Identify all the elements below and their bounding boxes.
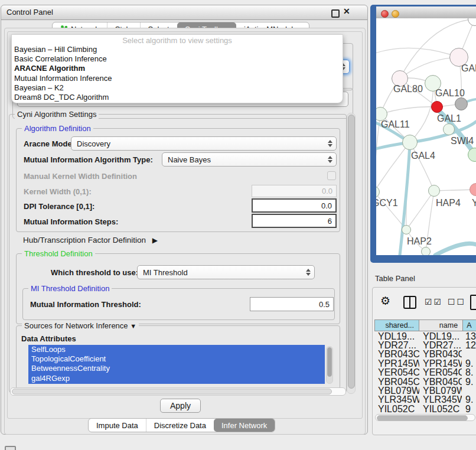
tab-impute-data[interactable]: Impute Data	[89, 419, 146, 432]
table-row[interactable]: YBL079WYBL079W	[374, 386, 476, 395]
mi-threshold-group: MI Threshold Definition Mutual Informati…	[22, 288, 335, 320]
column-header-shared[interactable]: shared...	[375, 320, 419, 331]
mac-minimize-icon[interactable]	[392, 10, 399, 18]
algorithm-definition-title: Algorithm Definition	[22, 124, 93, 133]
table-row[interactable]: YPR145WYPR145W9.	[374, 359, 476, 368]
node-label-swi4: SWI4	[451, 136, 474, 146]
algorithm-definition-group: Algorithm Definition Aracne Mode: Discov…	[16, 128, 340, 232]
node-label-gal10: GAL10	[435, 88, 465, 99]
combo-spinner-icon	[328, 140, 332, 147]
document-icon[interactable]	[470, 295, 476, 310]
node-label-gal-partial: GAL	[461, 63, 476, 74]
attributes-scrollbar[interactable]	[326, 346, 333, 384]
kernel-width-label: Kernel Width (0,1):	[24, 187, 92, 196]
table-row[interactable]: YDR27...YDR27...12	[374, 341, 476, 350]
algorithm-option[interactable]: Basic Correlation Inference	[12, 54, 343, 64]
table-hscrollbar[interactable]	[375, 414, 475, 421]
mi-steps-label: Mutual Information Steps:	[24, 217, 118, 226]
network-window-titlebar[interactable]	[376, 6, 476, 19]
mi-type-label: Mutual Information Algorithm Type:	[24, 155, 153, 164]
algorithm-dropdown-popup: Select algorithm to view settings Bayesi…	[11, 34, 343, 103]
settings-scrollbar[interactable]	[347, 113, 356, 394]
table-row[interactable]: YDL19...YDL19...13	[374, 332, 476, 341]
node-label-gal80: GAL80	[393, 84, 423, 94]
which-threshold-value: MI Threshold	[143, 268, 188, 277]
node-unlabeled-gray[interactable]	[455, 97, 468, 110]
table-panel-title: Table Panel	[375, 274, 415, 283]
mi-type-value: Naive Bayes	[168, 155, 211, 164]
attribute-item[interactable]: SelfLoops	[28, 345, 325, 354]
table-row[interactable]: YBR045CYBR045C9.	[374, 377, 476, 386]
settings-hscrollbar[interactable]	[10, 387, 346, 396]
sources-group-title[interactable]: Sources for Network Inference ▼	[22, 321, 139, 330]
node-label-gal11: GAL11	[381, 119, 410, 130]
network-canvas[interactable]: GAL GAL80 GAL10 GAL1 GAL11 SWI4 GAL4 GCY…	[376, 18, 476, 255]
aracne-mode-value: Discovery	[77, 139, 110, 148]
combo-spinner-icon	[328, 156, 332, 163]
control-panel-titlebar[interactable]: Control Panel ✕	[1, 5, 367, 20]
tab-discretize-data[interactable]: Discretize Data	[146, 419, 214, 432]
settings-hscrollbar-thumb[interactable]	[12, 389, 332, 394]
which-threshold-combo[interactable]: MI Threshold	[137, 265, 315, 279]
attribute-item[interactable]: gal4RGexp	[28, 374, 325, 383]
close-icon[interactable]: ✕	[343, 6, 350, 16]
node-swi4[interactable]	[443, 123, 455, 135]
mi-threshold-group-title: MI Threshold Definition	[28, 284, 112, 293]
table-panel: ⚙ ☑☑ ☐☐ shared... name A YDL19...YDL19..…	[372, 287, 476, 435]
algorithm-option[interactable]: Bayesian – K2	[12, 83, 343, 93]
screen: Control Panel ✕ Network Style Select Cyn…	[0, 0, 476, 450]
gear-icon[interactable]: ⚙	[380, 294, 390, 308]
float-window-icon[interactable]	[331, 9, 340, 18]
algorithm-option[interactable]: Mutual Information Inference	[12, 74, 343, 83]
attribute-item[interactable]: TopologicalCoefficient	[28, 354, 325, 364]
cyni-algorithm-settings-title: Cyni Algorithm Settings	[15, 110, 99, 119]
tab-infer-network[interactable]: Infer Network	[214, 419, 275, 432]
aracne-mode-combo[interactable]: Discovery	[71, 136, 337, 151]
table-row[interactable]: YER054CYER054C8.	[374, 369, 476, 377]
node-label-gal1: GAL1	[437, 113, 461, 124]
apply-button[interactable]: Apply	[160, 399, 201, 413]
table-row[interactable]: YBR043CYBR043C	[374, 350, 476, 359]
data-attributes-list[interactable]: SelfLoops TopologicalCoefficient Between…	[28, 345, 325, 384]
columns-icon[interactable]	[403, 296, 416, 309]
table-hscrollbar-thumb[interactable]	[377, 415, 468, 421]
mi-steps-field[interactable]: 6	[252, 214, 337, 228]
node-gal1-red[interactable]	[431, 101, 443, 113]
bottom-left-chip[interactable]	[5, 446, 16, 450]
collapse-down-icon: ▼	[130, 322, 136, 330]
manual-kernel-checkbox[interactable]	[327, 171, 336, 180]
mi-type-combo[interactable]: Naive Bayes	[162, 152, 337, 167]
table-row[interactable]: YLR345WYLR345W9.	[374, 396, 476, 405]
algorithm-option[interactable]: Bayesian – Hill Climbing	[12, 45, 343, 54]
settings-scrollbar-thumb[interactable]	[348, 115, 355, 389]
node-hap2[interactable]	[402, 225, 411, 234]
select-all-checks-icon[interactable]: ☑☑	[425, 297, 443, 306]
mi-threshold-label: Mutual Information Threshold:	[30, 300, 141, 309]
table-row[interactable]: YIL052CYIL052C9	[374, 405, 476, 413]
threshold-definition-group: Threshold Definition Which threshold to …	[16, 253, 340, 324]
control-panel-window: Control Panel ✕ Network Style Select Cyn…	[1, 5, 368, 435]
threshold-definition-title: Threshold Definition	[22, 249, 95, 258]
node-unlabeled-bottom[interactable]	[421, 247, 431, 255]
mac-close-icon[interactable]	[381, 10, 389, 18]
dpi-tolerance-label: DPI Tolerance [0,1]:	[24, 202, 94, 211]
combo-spinner-icon	[306, 269, 311, 276]
algorithm-option-selected[interactable]: ARACNE Algorithm	[12, 64, 343, 73]
hub-definition-label: Hub/Transcription Factor Definition	[23, 236, 146, 244]
mac-zoom-icon[interactable]	[402, 10, 409, 17]
node-hap4[interactable]	[428, 185, 440, 197]
expand-right-icon: ▶	[152, 236, 158, 244]
hub-definition-toggle[interactable]: Hub/Transcription Factor Definition ▶	[23, 236, 158, 244]
deselect-all-checks-icon[interactable]: ☐☐	[448, 297, 466, 306]
manual-kernel-label: Manual Kernel Width Definition	[24, 172, 137, 181]
attribute-item[interactable]: BetweennessCentrality	[28, 364, 325, 373]
attributes-scrollbar-thumb[interactable]	[327, 347, 332, 377]
mi-threshold-field[interactable]: 0.5	[250, 297, 334, 311]
algorithm-option[interactable]: Dream8 DC_TDC Algorithm	[12, 93, 343, 102]
dpi-tolerance-field[interactable]: 0.0	[252, 198, 337, 213]
column-header-partial[interactable]: A	[463, 320, 476, 331]
kernel-width-field[interactable]: 0.0	[252, 185, 337, 197]
node-label-hap2: HAP2	[407, 236, 432, 247]
node-gal4[interactable]	[402, 135, 418, 150]
column-header-name[interactable]: name	[419, 320, 463, 331]
